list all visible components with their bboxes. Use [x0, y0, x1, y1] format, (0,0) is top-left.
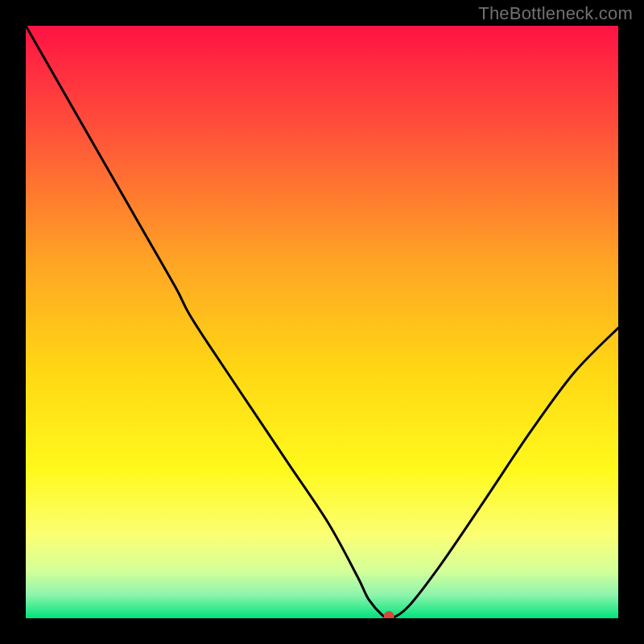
watermark-text: TheBottleneck.com: [478, 3, 633, 24]
chart-svg: [26, 26, 618, 618]
gradient-background: [26, 26, 618, 618]
plot-area: [26, 26, 618, 618]
chart-container: TheBottleneck.com: [0, 0, 644, 644]
